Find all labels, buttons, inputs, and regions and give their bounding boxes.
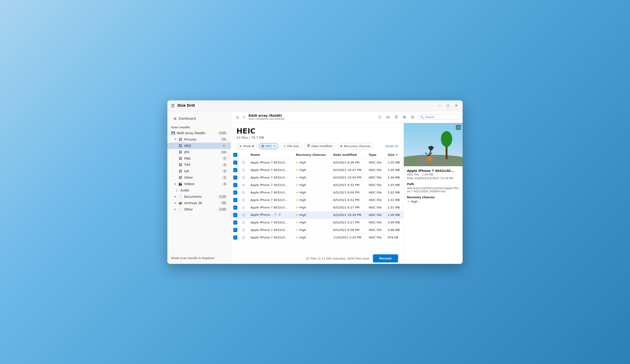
row-size: 978 KB: [386, 234, 404, 241]
file-panel: HEIC 43 files / 76.7 MB ≡ Show ▼ 🖼 HEIC: [231, 123, 404, 264]
sidebar-item-other-pictures[interactable]: 🖼 Other 2: [168, 174, 231, 181]
file-icon: 🗋: [242, 176, 245, 180]
remove-heic-filter-icon[interactable]: ✕: [274, 145, 276, 148]
row-file-icon-cell: 🗋: [240, 204, 248, 211]
sidebar-item-archives[interactable]: ▶ 📦 Archives 36 36: [168, 200, 231, 206]
table-row[interactable]: ✓ 🗋 Apple iPhone 7 4032x3... ★ High 6/5/…: [231, 159, 404, 166]
sidebar-item-raid[interactable]: 💾 RAID array (Raid0) 2.6K: [168, 130, 231, 136]
sidebar-item-label: HEIC: [184, 144, 192, 148]
sidebar-item-label: Archives 36: [184, 201, 202, 205]
file-type-title: HEIC: [236, 127, 398, 135]
row-recovery: ★ High: [294, 226, 331, 234]
table-row[interactable]: ✓ 🗋 Apple iPhone 7 4032x3... ★ High 6/5/…: [231, 189, 404, 196]
table-row[interactable]: ✓ 🗋 Apple iPhone... 👁 ⚙ ★ High 6/3/2021 …: [231, 211, 404, 219]
svg-rect-2: [418, 155, 449, 166]
close-button[interactable]: ✕: [454, 103, 459, 108]
sidebar-item-videos[interactable]: ▶ 🎬 Videos 4: [168, 181, 231, 187]
sidebar-item-jpg[interactable]: 🖼 JPG 14: [168, 149, 231, 155]
sidebar-item-png[interactable]: 🖼 PNG 7: [168, 155, 231, 162]
sidebar-item-tiff[interactable]: 🖼 TIFF 5: [168, 162, 231, 168]
device-info: RAID array (Raid0) Scan completed succes…: [248, 114, 284, 120]
row-checkbox[interactable]: ✓: [233, 198, 237, 202]
sidebar-item-audio[interactable]: ♪ Audio: [168, 187, 231, 194]
menu-icon[interactable]: ☰: [171, 103, 175, 108]
preview-row-icon[interactable]: 👁: [274, 213, 277, 216]
device-status: Scan completed successfully: [248, 118, 284, 120]
row-type: HEIC File: [366, 189, 386, 196]
sidebar-item-badge: 2: [222, 176, 227, 180]
table-row[interactable]: ✓ 🗋 Apple iPhone 7 4032x3... ★ High 11/4…: [231, 234, 404, 241]
search-input[interactable]: [425, 115, 457, 119]
reset-all-button[interactable]: Reset all: [386, 144, 398, 148]
sidebar-item-label: Pictures: [184, 138, 196, 141]
row-checkbox[interactable]: ✓: [233, 183, 237, 187]
col-type[interactable]: Type: [366, 151, 386, 159]
table-row[interactable]: ✓ 🗋 Apple iPhone 7 4032x3... ★ High 6/5/…: [231, 219, 404, 226]
recover-button[interactable]: Recover: [373, 254, 398, 262]
grid-view-button[interactable]: ⊞: [401, 113, 408, 120]
sidebar-item-heic[interactable]: 🖼 HEIC 43: [168, 142, 231, 149]
row-size: 1.03 MB: [386, 181, 404, 189]
row-recovery: ★ High: [294, 159, 331, 166]
sidebar-item-dashboard[interactable]: ⊞ Dashboard: [171, 115, 227, 122]
row-checkbox[interactable]: ✓: [233, 168, 237, 172]
sidebar-item-badge: 4: [222, 182, 227, 186]
sidebar-item-other[interactable]: ▶ 📄 Other 1.4K: [168, 206, 231, 212]
preview-expand-icon[interactable]: ⤢: [456, 125, 461, 130]
row-checkbox[interactable]: ✓: [233, 213, 237, 217]
jpg-icon: 🖼: [178, 150, 182, 154]
col-recovery[interactable]: Recovery chances: [294, 151, 331, 159]
row-file-icon-cell: 🗋: [240, 219, 248, 226]
row-checkbox[interactable]: ✓: [233, 236, 237, 240]
table-row[interactable]: ✓ 🗋 Apple iPhone 7 4032x3... ★ High 6/3/…: [231, 166, 404, 174]
col-date[interactable]: Date modified: [331, 151, 366, 159]
heic-filter-chip[interactable]: 🖼 HEIC ✕: [259, 143, 278, 149]
split-view-button[interactable]: ⊟: [409, 113, 416, 120]
minimize-button[interactable]: ─: [437, 103, 443, 108]
row-checkbox[interactable]: ✓: [233, 228, 237, 232]
row-name: Apple iPhone 7 4032x3...: [248, 204, 294, 211]
chevron-down-icon: ▼: [175, 138, 176, 140]
col-size[interactable]: Size ↑: [386, 151, 404, 159]
sidebar-item-label: PNG: [184, 157, 191, 160]
show-scan-results-button[interactable]: Show scan results in Explorer: [171, 255, 227, 261]
table-row[interactable]: ✓ 🗋 Apple iPhone 7 4032x3... ★ High 6/5/…: [231, 196, 404, 204]
row-checkbox[interactable]: ✓: [233, 176, 237, 180]
row-date: 6/5/2021 6:27 PM: [331, 204, 366, 211]
row-date: 6/5/2021 6:32 PM: [331, 181, 366, 189]
row-type: HEIC File: [366, 174, 386, 181]
table-row[interactable]: ✓ 🗋 Apple iPhone 7 4032x3... ★ High 6/5/…: [231, 181, 404, 189]
sidebar-item-pictures[interactable]: ▼ 🖼 Pictures 75: [168, 136, 231, 142]
table-row[interactable]: ✓ 🗋 Apple iPhone 7 4032x3... ★ High 6/5/…: [231, 226, 404, 234]
date-modified-filter-button[interactable]: 📅 Date modified: [304, 143, 335, 149]
row-checkbox[interactable]: ✓: [233, 220, 237, 224]
drive-icon: 💾: [171, 131, 175, 135]
row-checkbox[interactable]: ✓: [233, 160, 237, 165]
svg-point-11: [428, 156, 432, 161]
search-icon: 🔍: [420, 115, 424, 119]
info-row-icon[interactable]: ⚙: [278, 213, 281, 216]
other-icon: 📄: [178, 208, 182, 211]
sidebar-item-documents[interactable]: ▶ 📄 Documents 1.1K: [168, 194, 231, 200]
sidebar-item-gif[interactable]: 🖼 GIF 4: [168, 168, 231, 174]
row-checkbox[interactable]: ✓: [233, 190, 237, 194]
row-file-icon-cell: 🗋: [240, 196, 248, 204]
row-recovery: ★ High: [294, 166, 331, 174]
select-all-checkbox[interactable]: ✓: [233, 153, 237, 157]
maximize-button[interactable]: □: [445, 103, 451, 108]
show-filter-button[interactable]: ≡ Show ▼: [236, 143, 257, 149]
preview-info: Apple iPhone 7 4032x30... HEIC File – 1.…: [404, 166, 462, 206]
list-view-button[interactable]: ☰: [393, 113, 400, 120]
file-view-button[interactable]: 🗋: [376, 113, 384, 120]
col-name[interactable]: Name: [248, 151, 294, 159]
sidebar-item-label: Videos: [184, 182, 194, 186]
file-size-filter-button[interactable]: 🗋 File size: [280, 143, 302, 149]
table-row[interactable]: ✓ 🗋 Apple iPhone 7 4032x3... ★ High 6/5/…: [231, 204, 404, 211]
archives-icon: 📦: [178, 201, 182, 205]
row-checkbox[interactable]: ✓: [233, 206, 237, 210]
folder-view-button[interactable]: 🗁: [384, 113, 392, 120]
home-button[interactable]: ⌂: [234, 114, 240, 120]
file-header: HEIC 43 files / 76.7 MB: [231, 123, 404, 141]
table-row[interactable]: ✓ 🗋 Apple iPhone 7 4032x3... ★ High 6/3/…: [231, 174, 404, 181]
recovery-chances-filter-button[interactable]: ★ Recovery chances: [337, 143, 374, 149]
